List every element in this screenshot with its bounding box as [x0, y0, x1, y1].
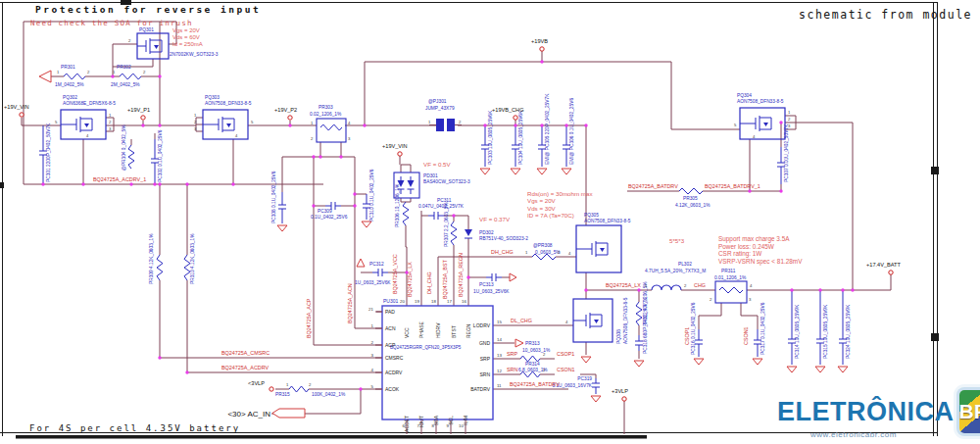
net-label: BQ24725A_CMSRC	[221, 350, 270, 356]
svg-text:2: 2	[143, 70, 146, 74]
svg-text:GND: GND	[479, 340, 491, 346]
component-PJ301: @PJ301JUMP_43X7912	[425, 99, 462, 131]
net-label: DL_CHG	[511, 318, 532, 323]
junction-dot	[818, 288, 821, 291]
net-label: CSOP1	[684, 327, 690, 345]
svg-text:EMI@ PC305 220P_0402_25V7K: EMI@ PC305 220P_0402_25V7K	[545, 93, 550, 165]
svg-text:PC324 10U_0805_25V9K: PC324 10U_0805_25V9K	[846, 304, 851, 359]
svg-text:2: 2	[128, 38, 131, 43]
component-PC303: PC303 10U_0805_25V6K	[481, 110, 493, 167]
junction-dot	[318, 155, 321, 158]
power-flag: +19V_P2	[274, 107, 297, 120]
svg-text:PC311: PC311	[437, 198, 452, 203]
component-PC317: PC317 0.1U_0402_25V6	[754, 302, 765, 357]
svg-text:2N7002KW_SOT323-3: 2N7002KW_SOT323-3	[170, 52, 219, 57]
charger-ic-PU301: PU301BQ24725RGRR_QFN20_3P5X3P5PAD21ACN1A…	[368, 298, 502, 432]
svg-text:3: 3	[348, 136, 351, 141]
junction-dot	[452, 214, 455, 217]
svg-text:LODRV: LODRV	[473, 322, 491, 328]
svg-text:PC308 0.1U_0402_25V6: PC308 0.1U_0402_25V6	[271, 171, 276, 223]
svg-text:2: 2	[710, 297, 712, 302]
annotation: Vgs = 20VVds = 60VId = 250mA	[172, 27, 203, 47]
svg-text:ACN: ACN	[385, 325, 396, 331]
schematic-canvas: <30> AC_INPQ3012N7002KW_SOT323-32PQ302AO…	[0, 0, 980, 444]
svg-text:12: 12	[497, 369, 502, 373]
junction-dot	[748, 189, 751, 192]
svg-text:5: 5	[734, 123, 737, 127]
net-label: BQ24725A_BATDRV	[628, 183, 678, 189]
svg-text:0.01_1206_1%: 0.01_1206_1%	[714, 275, 747, 280]
component-PC301: PC301 2200P_0402_50V7K	[39, 123, 51, 184]
junction-dot	[779, 189, 782, 192]
svg-text:PD302: PD302	[479, 230, 494, 235]
svg-text:1: 1	[428, 120, 431, 124]
svg-text:PR306 10_1206_1%: PR306 10_1206_1%	[395, 183, 400, 227]
component-PQ303: PQ303AON7508_DFN33-8-512354	[194, 95, 254, 139]
svg-text:15: 15	[497, 320, 502, 324]
svg-text:16: 16	[462, 299, 466, 304]
logo-url: www.eletronicabr.com	[810, 430, 978, 439]
component-PC313: PC3131U_0603_25V6K	[473, 273, 510, 294]
junction-dot	[158, 182, 161, 185]
power-flag: +3VLP	[612, 388, 628, 401]
svg-text:2: 2	[311, 136, 314, 141]
svg-text:5: 5	[371, 384, 374, 389]
svg-text:JUMP_43X79: JUMP_43X79	[425, 106, 455, 111]
svg-text:1: 1	[788, 110, 791, 115]
component-PC311: PC3110.047U_0402_25V7K	[418, 198, 465, 220]
input-arrow-icon	[39, 71, 51, 82]
svg-text:PR315: PR315	[275, 392, 290, 397]
net-label: BQ24725A_ACDRV_1	[93, 176, 146, 182]
svg-text:2M_0402_5%: 2M_0402_5%	[111, 82, 140, 87]
net-label: BQ24725A_ACN	[347, 283, 353, 323]
svg-text:3: 3	[749, 297, 752, 302]
svg-text:100K_0402_1%: 100K_0402_1%	[312, 392, 346, 397]
component-PQ308: PQ308AON7508_DFN33-8-54	[565, 297, 628, 344]
component-PC309: PC3090.1U_0402_25V6	[311, 202, 348, 220]
junction-dot	[288, 123, 291, 126]
component-PC307: PC307 0.01U_0402_50V7K	[777, 123, 789, 184]
svg-text:5: 5	[55, 120, 58, 124]
junction-dot	[353, 204, 356, 207]
net-tie-icon	[515, 339, 523, 347]
page-title: Protection for reverse input	[35, 4, 261, 15]
svg-text:SRP: SRP	[480, 356, 491, 362]
svg-text:1: 1	[525, 250, 528, 255]
warning-note: Need check the SOA for inrush	[30, 19, 193, 27]
svg-text:4: 4	[86, 133, 89, 138]
ground-icon	[753, 359, 762, 365]
svg-text:PR305: PR305	[683, 196, 698, 201]
svg-text:AON7508_DFN33-8-5: AON7508_DFN33-8-5	[584, 219, 631, 223]
svg-text:PR310 4.12K_0603_1%: PR310 4.12K_0603_1%	[190, 233, 195, 284]
junction-dot	[312, 204, 315, 207]
net-label: SRN	[507, 367, 517, 372]
svg-text:RB751V-40_SOD323-2: RB751V-40_SOD323-2	[479, 236, 528, 241]
power-flag: +19V_VIN	[382, 143, 408, 156]
svg-text:19: 19	[415, 299, 419, 304]
svg-text:+19V_VIN: +19V_VIN	[382, 143, 408, 149]
svg-text:+19VB: +19VB	[531, 38, 548, 44]
svg-text:AON6368E_DFN5X6-8-5: AON6368E_DFN5X6-8-5	[63, 101, 116, 106]
svg-text:ACDRV: ACDRV	[385, 370, 403, 375]
component-PC316: PC316 0.1U_0402_25V6	[691, 302, 703, 357]
ac-in-label: <30> AC_IN	[227, 410, 270, 419]
svg-text:2: 2	[87, 70, 90, 74]
ground-icon	[562, 169, 571, 174]
component-PR306: PR306 10_1206_1%	[395, 183, 409, 227]
svg-text:+19V_P2: +19V_P2	[274, 107, 297, 113]
component-PC302: PC302 0.1U_0402_25V6	[151, 129, 163, 184]
svg-text:ACP: ACP	[385, 342, 396, 348]
component-PR314: PR3146.8_0603_1%2	[518, 362, 548, 377]
component-PR310: PR310 4.12K_0603_1%	[184, 233, 195, 284]
junction-dot	[111, 74, 114, 77]
svg-text:4: 4	[371, 368, 374, 372]
ground-icon	[480, 169, 490, 174]
svg-text:PR311: PR311	[721, 269, 736, 273]
power-flag: <3VLP	[248, 380, 273, 391]
junction-dot	[841, 288, 844, 291]
svg-text:@PR308: @PR308	[533, 243, 553, 248]
junction-dot	[158, 356, 161, 359]
component-PC305: EMI@ PC305 220P_0402_25V7K	[538, 93, 550, 167]
svg-text:1: 1	[113, 70, 116, 74]
svg-text:PAD: PAD	[385, 309, 395, 315]
